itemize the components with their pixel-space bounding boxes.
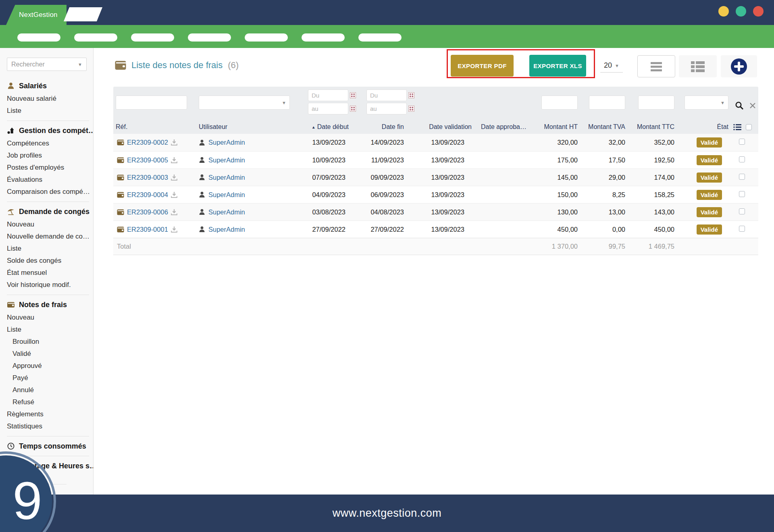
table-row[interactable]: ER2309-0005 SuperAdmin 10/09/2023 11/09/… <box>113 151 758 168</box>
date-fin-from-input[interactable] <box>366 89 407 101</box>
user-filter-select[interactable]: ▼ <box>199 96 290 110</box>
search-icon[interactable] <box>735 101 744 110</box>
row-checkbox[interactable] <box>739 139 745 145</box>
row-checkbox[interactable] <box>739 208 745 214</box>
column-header-utilisateur[interactable]: Utilisateur <box>194 123 283 131</box>
download-icon[interactable] <box>171 227 177 233</box>
column-header-montant-tva[interactable]: Montant TVA <box>581 123 628 131</box>
column-header-date-validation[interactable]: Date validation <box>410 123 474 131</box>
table-row[interactable]: ER2309-0003 SuperAdmin 07/09/2023 09/09/… <box>113 168 758 186</box>
etat-filter-select[interactable]: ▼ <box>685 96 728 110</box>
column-header-date-approbation[interactable]: Date approba… <box>474 123 533 131</box>
sidebar-item[interactable]: Liste <box>7 324 89 336</box>
sidebar-section-person[interactable]: Salariés <box>7 80 89 92</box>
menu-pill[interactable] <box>358 33 402 42</box>
sidebar-item[interactable]: État mensuel <box>7 267 89 279</box>
sidebar-item[interactable]: Validé <box>7 348 89 360</box>
sidebar-item[interactable]: Nouvelle demande de co… <box>7 231 89 243</box>
sidebar-item[interactable]: Compétences <box>7 137 89 150</box>
sidebar-item[interactable]: Nouveau <box>7 312 89 324</box>
expense-note-link[interactable]: ER2309-0003 <box>127 174 168 181</box>
window-dot-red[interactable] <box>753 6 764 17</box>
window-dot-green[interactable] <box>736 6 746 17</box>
menu-pill[interactable] <box>131 33 174 42</box>
menu-pill[interactable] <box>74 33 117 42</box>
expense-note-link[interactable]: ER2309-0006 <box>127 208 168 216</box>
row-checkbox[interactable] <box>739 156 745 162</box>
sidebar-item[interactable]: Brouillon <box>7 336 89 348</box>
date-debut-to-input[interactable] <box>308 103 348 114</box>
export-pdf-button[interactable]: EXPORTER PDF <box>451 55 514 77</box>
expense-note-link[interactable]: ER2309-0005 <box>127 156 168 164</box>
sidebar-item[interactable]: Nouveau <box>7 218 89 231</box>
sidebar-item[interactable]: Job profiles <box>7 150 89 162</box>
sidebar-item[interactable]: Nouveau salarié <box>7 93 89 105</box>
download-icon[interactable] <box>171 157 177 163</box>
sidebar-item[interactable]: Comparaison des compé… <box>7 186 89 198</box>
sidebar-item[interactable]: Payé <box>7 372 89 384</box>
table-row[interactable]: ER2309-0002 SuperAdmin 13/09/2023 14/09/… <box>113 134 758 151</box>
download-icon[interactable] <box>171 139 177 145</box>
sidebar-item[interactable]: Règlements <box>7 408 89 420</box>
row-checkbox[interactable] <box>739 226 745 232</box>
menu-pill[interactable] <box>188 33 231 42</box>
column-header-date-debut[interactable]: ▲Date début <box>283 123 351 131</box>
table-row[interactable]: ER2309-0004 SuperAdmin 04/09/2023 06/09/… <box>113 186 758 203</box>
user-link[interactable]: SuperAdmin <box>208 174 245 181</box>
sidebar-item[interactable]: Annulé <box>7 384 89 396</box>
sidebar-item[interactable]: Refusé <box>7 396 89 408</box>
row-checkbox[interactable] <box>739 174 745 180</box>
date-fin-to-input[interactable] <box>366 103 407 114</box>
download-icon[interactable] <box>171 209 177 215</box>
window-dot-yellow[interactable] <box>718 6 729 17</box>
clear-filters-icon[interactable] <box>749 102 756 109</box>
grid-view-button[interactable] <box>679 55 717 77</box>
sidebar-item[interactable]: Liste <box>7 243 89 255</box>
row-checkbox[interactable] <box>739 191 745 197</box>
download-icon[interactable] <box>171 175 177 181</box>
montant-ttc-filter-input[interactable] <box>638 96 674 110</box>
user-link[interactable]: SuperAdmin <box>208 226 245 233</box>
export-xls-button[interactable]: EXPORTER XLS <box>529 55 586 77</box>
sidebar-item[interactable]: Approuvé <box>7 360 89 372</box>
sidebar-section-wallet[interactable]: Notes de frais <box>7 299 89 311</box>
sidebar-search-select[interactable]: Rechercher ▼ <box>7 58 87 71</box>
sidebar-item[interactable]: Évaluations <box>7 174 89 186</box>
list-view-button[interactable] <box>637 55 675 77</box>
user-link[interactable]: SuperAdmin <box>208 139 245 146</box>
column-settings-icon[interactable] <box>733 124 741 131</box>
menu-pill[interactable] <box>245 33 288 42</box>
sidebar-item[interactable]: Statistiques <box>7 420 89 432</box>
table-row[interactable]: ER2309-0006 SuperAdmin 03/08/2023 04/08/… <box>113 203 758 220</box>
sidebar-section-clock[interactable]: Temps consommés <box>7 440 89 452</box>
montant-tva-filter-input[interactable] <box>589 96 625 110</box>
select-all-checkbox[interactable] <box>746 124 752 130</box>
sidebar-section-umbrella[interactable]: Demande de congés <box>7 206 89 218</box>
page-size-select[interactable]: 20 ▼ <box>600 59 623 73</box>
expense-note-link[interactable]: ER2309-0001 <box>127 226 168 233</box>
sidebar-item[interactable]: Solde des congés <box>7 255 89 267</box>
user-link[interactable]: SuperAdmin <box>208 208 245 216</box>
menu-pill[interactable] <box>17 33 60 42</box>
column-header-montant-ht[interactable]: Montant HT <box>533 123 581 131</box>
add-expense-note-button[interactable] <box>721 55 757 77</box>
sidebar-item[interactable]: Voir historique modif. <box>7 279 89 291</box>
download-icon[interactable] <box>171 192 177 198</box>
user-link[interactable]: SuperAdmin <box>208 156 245 164</box>
column-header-date-fin[interactable]: Date fin <box>351 123 410 131</box>
column-header-etat[interactable]: État <box>678 123 731 131</box>
table-row[interactable]: ER2309-0001 SuperAdmin 27/09/2022 27/09/… <box>113 220 758 238</box>
date-debut-from-input[interactable] <box>308 89 348 101</box>
expense-note-link[interactable]: ER2309-0004 <box>127 191 168 199</box>
ref-filter-input[interactable] <box>116 96 187 110</box>
column-header-montant-ttc[interactable]: Montant TTC <box>628 123 678 131</box>
montant-ht-filter-input[interactable] <box>541 96 578 110</box>
sidebar-item[interactable]: Liste <box>7 105 89 117</box>
column-header-ref[interactable]: Réf. <box>113 123 194 131</box>
menu-pill[interactable] <box>302 33 345 42</box>
expense-note-link[interactable]: ER2309-0002 <box>127 139 168 146</box>
sidebar-section-checklist[interactable]: Pointage & Heures s… <box>7 460 89 472</box>
sidebar-section-skills[interactable]: Gestion des compét… <box>7 125 89 137</box>
user-link[interactable]: SuperAdmin <box>208 191 245 199</box>
sidebar-item[interactable]: Postes d'employés <box>7 162 89 174</box>
